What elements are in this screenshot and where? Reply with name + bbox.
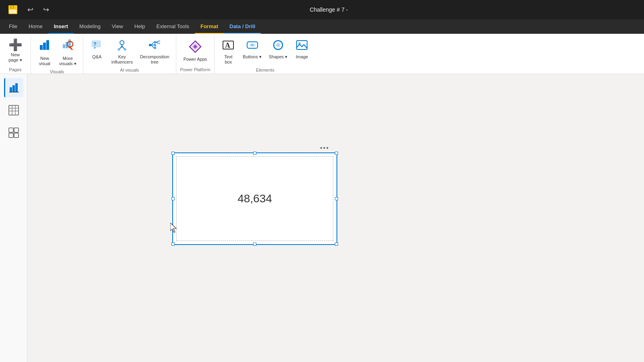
- svg-rect-5: [43, 43, 46, 50]
- resize-handle-ml[interactable]: [171, 197, 175, 200]
- more-visuals-label: Morevisuals ▾: [59, 56, 76, 66]
- resize-handle-tr[interactable]: [335, 152, 338, 155]
- key-influencers-label: Keyinfluencers: [111, 54, 133, 65]
- qa-button[interactable]: ? Q&A: [87, 37, 107, 61]
- ribbon-pages-content: ➕ Newpage ▾: [2, 35, 29, 66]
- svg-point-25: [154, 41, 156, 43]
- ribbon-elements-content: A Textbox Buttons ▾: [216, 35, 314, 66]
- svg-rect-42: [297, 41, 307, 49]
- svg-point-31: [159, 43, 160, 44]
- sidebar-item-mixed[interactable]: [4, 123, 23, 142]
- svg-rect-3: [11, 6, 13, 8]
- qa-icon: ?: [91, 39, 103, 53]
- svg-rect-54: [14, 128, 19, 132]
- resize-handle-tl[interactable]: [171, 152, 175, 155]
- ribbon-section-visuals: Newvisual Morevisuals ▾ Visuals: [31, 35, 83, 74]
- redo-button[interactable]: ↪: [40, 4, 52, 16]
- menu-insert[interactable]: Insert: [48, 19, 74, 34]
- menu-external-tools[interactable]: External Tools: [151, 19, 195, 34]
- resize-handle-mr[interactable]: [335, 197, 338, 200]
- power-apps-button[interactable]: Power Apps: [180, 37, 211, 64]
- svg-rect-39: [249, 43, 256, 47]
- new-visual-label: Newvisual: [39, 56, 50, 66]
- menu-file[interactable]: File: [3, 19, 23, 34]
- resize-handle-bl[interactable]: [171, 243, 175, 246]
- title-bar-left: ↩ ↪: [6, 3, 52, 16]
- resize-handle-br[interactable]: [335, 243, 338, 246]
- shapes-label: Shapes ▾: [269, 54, 287, 60]
- power-apps-icon: [188, 39, 202, 55]
- ribbon-section-elements: A Textbox Buttons ▾: [215, 35, 316, 74]
- svg-point-19: [118, 48, 120, 51]
- svg-line-24: [151, 45, 154, 48]
- svg-point-20: [124, 48, 126, 51]
- visual-wrapper[interactable]: ••• 48,634: [172, 152, 337, 245]
- decomposition-tree-button[interactable]: Decompositiontree: [137, 37, 173, 66]
- svg-marker-14: [94, 47, 96, 49]
- svg-line-29: [156, 42, 159, 43]
- new-visual-button[interactable]: Newvisual: [34, 37, 55, 68]
- new-page-button[interactable]: ➕ Newpage ▾: [3, 37, 27, 65]
- svg-point-27: [154, 47, 156, 49]
- menu-data-drill[interactable]: Data / Drill: [224, 19, 261, 34]
- key-influencers-button[interactable]: Keyinfluencers: [108, 37, 136, 66]
- more-visuals-button[interactable]: Morevisuals ▾: [56, 37, 80, 68]
- buttons-button[interactable]: Buttons ▾: [239, 37, 264, 61]
- visual-dots-menu[interactable]: •••: [320, 144, 329, 152]
- text-box-icon: A: [222, 39, 235, 53]
- window-title: Challenge # 7 -: [310, 6, 348, 13]
- svg-point-15: [120, 41, 124, 45]
- svg-point-26: [154, 44, 156, 46]
- svg-rect-48: [9, 105, 19, 115]
- sidebar-item-chart[interactable]: [4, 78, 23, 97]
- resize-handle-tc[interactable]: [253, 152, 256, 155]
- svg-point-30: [159, 40, 160, 42]
- menu-view[interactable]: View: [106, 19, 129, 34]
- ribbon-section-pages: ➕ Newpage ▾ Pages: [0, 35, 31, 74]
- visual-value: 48,634: [237, 192, 272, 205]
- text-box-label: Textbox: [224, 54, 232, 65]
- image-button[interactable]: Image: [291, 37, 312, 61]
- pages-sidebar: [0, 74, 27, 362]
- svg-text:?: ?: [93, 41, 96, 47]
- ai-visuals-section-label: AI visuals: [85, 66, 174, 74]
- pages-section-label: Pages: [2, 66, 29, 74]
- svg-rect-45: [12, 85, 15, 92]
- resize-handle-bc[interactable]: [253, 243, 256, 246]
- svg-rect-2: [9, 10, 17, 13]
- shapes-button[interactable]: Shapes ▾: [266, 37, 291, 61]
- menu-modeling[interactable]: Modeling: [74, 19, 106, 34]
- shapes-icon: [272, 39, 285, 53]
- canvas-area: ••• 48,634: [27, 74, 644, 362]
- toolbar-actions: ↩ ↪: [24, 4, 52, 16]
- decomposition-tree-label: Decompositiontree: [140, 54, 169, 65]
- text-box-button[interactable]: A Textbox: [218, 37, 239, 66]
- power-platform-section-label: Power Platform: [178, 66, 213, 74]
- menu-home[interactable]: Home: [23, 19, 48, 34]
- menu-format[interactable]: Format: [195, 19, 224, 34]
- power-apps-label: Power Apps: [184, 57, 207, 62]
- visual-outer-border: 48,634: [172, 152, 337, 245]
- visual-inner-border: 48,634: [176, 156, 333, 241]
- svg-text:A: A: [225, 41, 230, 49]
- svg-rect-53: [9, 128, 13, 132]
- ribbon-power-platform-content: Power Apps: [178, 35, 213, 66]
- svg-rect-46: [15, 83, 18, 92]
- ribbon: ➕ Newpage ▾ Pages Newvisual: [0, 34, 644, 74]
- menu-bar: File Home Insert Modeling View Help Exte…: [0, 19, 644, 34]
- buttons-label: Buttons ▾: [243, 54, 261, 60]
- undo-button[interactable]: ↩: [24, 4, 37, 16]
- save-icon[interactable]: [6, 3, 19, 16]
- decomposition-tree-icon: [148, 39, 161, 53]
- svg-rect-56: [14, 133, 19, 138]
- ribbon-section-ai: ? Q&A Keyinfluencer: [83, 35, 176, 74]
- elements-section-label: Elements: [216, 66, 314, 74]
- qa-label: Q&A: [92, 54, 101, 60]
- ribbon-visuals-content: Newvisual Morevisuals ▾: [33, 35, 81, 68]
- ribbon-ai-content: ? Q&A Keyinfluencer: [85, 35, 174, 66]
- menu-help[interactable]: Help: [129, 19, 151, 34]
- svg-line-22: [151, 42, 154, 45]
- sidebar-item-table[interactable]: [4, 101, 23, 120]
- svg-rect-44: [10, 87, 12, 92]
- key-influencers-icon: [116, 39, 128, 53]
